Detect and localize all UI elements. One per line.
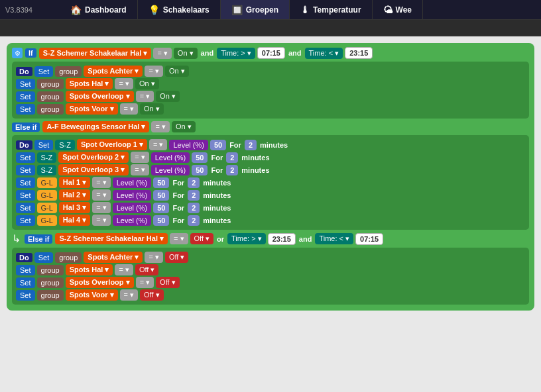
rule2-minutes-2[interactable]: 2 xyxy=(226,165,238,175)
rule3-val-0[interactable]: Off ▾ xyxy=(165,252,189,263)
rule1-do-set-0[interactable]: Set xyxy=(34,66,54,77)
rule2-op[interactable]: = ▾ xyxy=(151,121,169,132)
rule2-device-3[interactable]: Hal 1 ▾ xyxy=(59,177,90,188)
rule2-set-6[interactable]: Set xyxy=(16,215,35,226)
rule1-group-val-2[interactable]: On ▾ xyxy=(156,91,180,102)
rule3-time2[interactable]: 07:15 xyxy=(355,233,383,245)
rule3-group-3[interactable]: Spots Voor ▾ xyxy=(66,289,118,301)
rule1-group-op-2[interactable]: = ▾ xyxy=(136,91,154,102)
rule2-op-3[interactable]: = ▾ xyxy=(92,177,110,188)
rule2-val-2[interactable]: 50 xyxy=(192,165,208,175)
rule2-level-2[interactable]: Level (%) xyxy=(151,165,190,175)
rule3-elseif-wrapper: ↳ Else if S-Z Schemer Schakelaar Hal ▾ =… xyxy=(12,232,529,305)
rule1-op[interactable]: = ▾ xyxy=(153,48,171,59)
rule2-set-2[interactable]: Set xyxy=(16,165,35,175)
nav-tab-wee[interactable]: 🌤 Wee xyxy=(373,0,423,19)
rule1-device[interactable]: S-Z Schemer Schakelaar Hal ▾ xyxy=(39,48,152,59)
rule1-group-val-1[interactable]: On ▾ xyxy=(135,78,159,89)
rule2-set-1[interactable]: Set xyxy=(16,152,35,163)
rule1-group-3[interactable]: Spots Voor ▾ xyxy=(66,103,118,115)
rule1-group-val-3[interactable]: On ▾ xyxy=(140,103,164,115)
rule3-val-2[interactable]: Off ▾ xyxy=(156,277,180,288)
rule3-set-2[interactable]: Set xyxy=(16,277,35,288)
rule2-val-4[interactable]: 50 xyxy=(153,190,169,201)
gear-icon-1[interactable]: ⚙ xyxy=(12,48,23,58)
rule1-group-op-1[interactable]: = ▾ xyxy=(115,78,133,89)
rule2-val-0[interactable]: 50 xyxy=(210,140,226,150)
rule3-group-1[interactable]: Spots Hal ▾ xyxy=(66,264,113,275)
rule1-do-set-1[interactable]: Set xyxy=(16,79,35,89)
rule2-device-0[interactable]: Spot Overloop 1 ▾ xyxy=(77,139,147,150)
rule3-device[interactable]: S-Z Schemer Schakelaar Hal ▾ xyxy=(55,233,168,244)
rule2-op-5[interactable]: = ▾ xyxy=(92,202,110,213)
rule2-level-3[interactable]: Level (%) xyxy=(113,177,151,188)
nav-tab-temperatuur[interactable]: 🌡 Temperatuur xyxy=(290,0,372,19)
rule3-op-0[interactable]: = ▾ xyxy=(145,252,162,263)
rule3-op[interactable]: = ▾ xyxy=(170,233,188,244)
rule1-do-set-2[interactable]: Set xyxy=(16,91,35,102)
rule2-level-0[interactable]: Level (%) xyxy=(169,140,208,150)
rule3-set-1[interactable]: Set xyxy=(16,265,35,275)
rule1-time-label2[interactable]: Time: < ▾ xyxy=(305,48,343,59)
rule3-val-1[interactable]: Off ▾ xyxy=(135,264,159,275)
rule2-level-4[interactable]: Level (%) xyxy=(113,190,151,201)
rule3-op-3[interactable]: = ▾ xyxy=(120,289,138,301)
rule2-minutes-1[interactable]: 2 xyxy=(226,152,238,163)
rule2-level-1[interactable]: Level (%) xyxy=(151,152,190,163)
rule2-device-1[interactable]: Spot Overloop 2 ▾ xyxy=(58,152,129,163)
rule2-minutes-4[interactable]: 2 xyxy=(188,190,200,201)
rule3-val[interactable]: Off ▾ xyxy=(190,233,214,244)
rule2-val-3[interactable]: 50 xyxy=(153,177,169,188)
nav-tab-groepen[interactable]: 🔲 Groepen xyxy=(221,0,290,19)
rule2-op-1[interactable]: = ▾ xyxy=(131,152,149,163)
rule2-level-6[interactable]: Level (%) xyxy=(113,215,151,226)
rule2-op-2[interactable]: = ▾ xyxy=(131,164,149,175)
rule2-minutes-0[interactable]: 2 xyxy=(245,140,257,150)
rule2-device[interactable]: A-F Bewegings Sensor Hal ▾ xyxy=(42,121,149,132)
rule2-device-4[interactable]: Hal 2 ▾ xyxy=(59,189,90,201)
rule1-group-val-0[interactable]: On ▾ xyxy=(165,66,189,77)
rule2-set-5[interactable]: Set xyxy=(16,203,35,213)
rule1-time-label1[interactable]: Time: > ▾ xyxy=(217,48,255,59)
rule1-group-0[interactable]: Spots Achter ▾ xyxy=(84,66,143,77)
rule3-set-3[interactable]: Set xyxy=(16,290,35,301)
rule3-op-2[interactable]: = ▾ xyxy=(136,277,154,288)
rule2-val-1[interactable]: 50 xyxy=(192,152,208,163)
rule2-minutes-3[interactable]: 2 xyxy=(188,177,200,188)
rule2-set-3[interactable]: Set xyxy=(16,177,35,188)
rule1-group-2[interactable]: Spots Overloop ▾ xyxy=(66,91,134,102)
rule2-set-0[interactable]: Set xyxy=(34,140,54,150)
rule2-minutes-5[interactable]: 2 xyxy=(188,203,200,213)
rule3-set-0[interactable]: Set xyxy=(34,252,54,263)
rule1-do-row-1: Set group Spots Hal ▾ = ▾ On ▾ xyxy=(16,78,525,89)
rule2-device-6[interactable]: Hal 4 ▾ xyxy=(59,215,90,226)
rule2-set-4[interactable]: Set xyxy=(16,190,35,201)
rule2-val[interactable]: On ▾ xyxy=(172,121,196,132)
rule2-val-5[interactable]: 50 xyxy=(153,203,169,213)
rule1-do-set-3[interactable]: Set xyxy=(16,104,35,115)
nav-tab-dashboard[interactable]: 🏠 Dashboard xyxy=(60,0,138,19)
rule1-time2[interactable]: 23:15 xyxy=(345,47,373,59)
rule3-op-1[interactable]: = ▾ xyxy=(115,264,133,275)
rule1-group-op-3[interactable]: = ▾ xyxy=(120,103,138,115)
rule2-level-5[interactable]: Level (%) xyxy=(113,203,151,213)
rule1-val[interactable]: On ▾ xyxy=(174,48,198,59)
rule3-val-3[interactable]: Off ▾ xyxy=(140,289,164,301)
rule2-op-4[interactable]: = ▾ xyxy=(92,189,110,201)
rule2-minutes-6[interactable]: 2 xyxy=(188,215,200,226)
rule2-op-0[interactable]: = ▾ xyxy=(149,139,167,150)
rule3-group-2[interactable]: Spots Overloop ▾ xyxy=(66,277,134,288)
rule2-op-6[interactable]: = ▾ xyxy=(92,215,110,226)
rule3-group-0[interactable]: Spots Achter ▾ xyxy=(84,252,143,263)
rule1-group-op-0[interactable]: = ▾ xyxy=(145,66,162,77)
rule2-device-5[interactable]: Hal 3 ▾ xyxy=(59,202,90,213)
rule3-time1[interactable]: 23:15 xyxy=(268,233,296,245)
rule1-time1[interactable]: 07:15 xyxy=(257,47,285,59)
nav-tab-schakelaars[interactable]: 💡 Schakelaars xyxy=(138,0,221,19)
rule3-time-label1[interactable]: Time: > ▾ xyxy=(227,233,266,244)
rule3-time-label2[interactable]: Time: < ▾ xyxy=(315,233,353,244)
rule2-device-2[interactable]: Spot Overloop 3 ▾ xyxy=(58,164,129,175)
rule2-prefix-4: G-L xyxy=(37,190,57,201)
rule2-val-6[interactable]: 50 xyxy=(153,215,169,226)
rule1-group-1[interactable]: Spots Hal ▾ xyxy=(66,78,113,89)
